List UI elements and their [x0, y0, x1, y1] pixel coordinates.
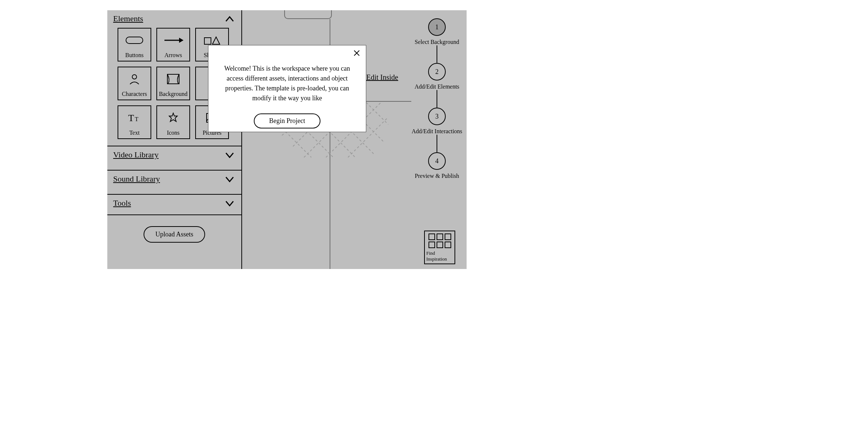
grid-icon — [429, 233, 451, 248]
canvas-tab-notch — [284, 10, 332, 19]
step-3-label: Add/Edit Interactions — [412, 128, 462, 135]
tile-label: Icons — [167, 130, 180, 136]
section-sound-title: Sound Library — [113, 174, 160, 183]
step-connector — [437, 135, 437, 152]
section-sound-library[interactable]: Sound Library — [107, 170, 241, 194]
person-icon — [118, 67, 151, 91]
tile-label: Buttons — [125, 52, 144, 59]
svg-rect-12 — [126, 37, 143, 44]
step-2-circle[interactable]: 2 — [428, 63, 446, 81]
svg-point-17 — [132, 75, 137, 79]
upload-assets-button[interactable]: Upload Assets — [144, 226, 205, 243]
svg-text:T: T — [128, 113, 134, 123]
step-connector — [437, 45, 437, 63]
edit-inside-link[interactable]: Edit Inside — [366, 73, 398, 82]
svg-marker-16 — [212, 37, 220, 44]
chevron-down-icon — [225, 151, 234, 160]
svg-text:T: T — [135, 116, 138, 122]
tile-icons[interactable]: Icons — [156, 105, 190, 139]
chevron-down-icon — [225, 199, 234, 209]
arrow-icon — [157, 29, 189, 52]
find-inspiration-label: Find Inspiration — [426, 250, 453, 262]
welcome-message: Welcome! This is the workspace where you… — [216, 64, 359, 103]
find-inspiration-button[interactable]: Find Inspiration — [424, 231, 455, 264]
step-2-label: Add/Edit Elements — [415, 83, 459, 90]
tile-label: Background — [159, 91, 188, 97]
section-tools-title: Tools — [113, 198, 131, 208]
tile-characters[interactable]: Characters — [118, 67, 151, 100]
tile-arrows[interactable]: Arrows — [156, 28, 190, 61]
begin-project-button[interactable]: Begin Project — [254, 113, 320, 128]
curtain-icon — [157, 67, 189, 91]
button-icon — [118, 29, 151, 52]
progress-stepper: 1 Select Background 2 Add/Edit Elements … — [413, 18, 461, 179]
tile-label: Arrows — [164, 52, 182, 59]
tile-label: Characters — [122, 91, 147, 97]
step-1-circle[interactable]: 1 — [428, 18, 446, 36]
tile-label: Text — [129, 130, 140, 136]
chevron-down-icon — [225, 175, 234, 184]
tile-buttons[interactable]: Buttons — [118, 28, 151, 61]
tile-text[interactable]: TT Text — [118, 105, 151, 139]
step-connector — [437, 90, 437, 108]
step-1-label: Select Background — [415, 39, 459, 45]
tile-background[interactable]: Background — [156, 67, 190, 100]
chevron-up-icon — [225, 15, 234, 24]
step-3-circle[interactable]: 3 — [428, 108, 446, 125]
section-video-library[interactable]: Video Library — [107, 146, 241, 170]
upload-row: Upload Assets — [107, 214, 241, 254]
step-4-label: Preview & Publish — [415, 173, 459, 179]
text-icon: TT — [118, 106, 151, 130]
welcome-modal: Welcome! This is the workspace where you… — [208, 45, 366, 132]
section-tools[interactable]: Tools — [107, 194, 241, 214]
section-elements-title: Elements — [113, 14, 143, 23]
section-video-title: Video Library — [113, 150, 159, 159]
step-4-circle[interactable]: 4 — [428, 152, 446, 170]
svg-rect-15 — [204, 38, 211, 44]
leaf-icon — [157, 106, 189, 130]
svg-marker-14 — [179, 38, 183, 43]
close-icon[interactable] — [353, 50, 360, 58]
